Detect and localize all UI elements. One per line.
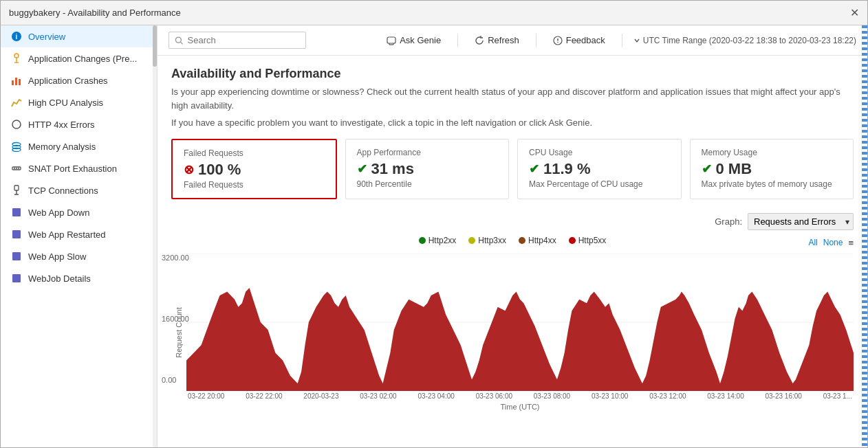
requests-chart — [186, 254, 854, 391]
x-axis-tick: 03-23 02:00 — [360, 392, 396, 400]
sidebar-item-snat[interactable]: SNAT Port Exhaustion — [1, 157, 157, 179]
legend-item-http4xx: Http4xx — [519, 236, 556, 245]
svg-rect-6 — [15, 78, 17, 85]
metric-value-cpu-usage: ✔ 11.9 % — [529, 160, 670, 178]
sidebar-item-label-web-app-down: Web App Down — [28, 208, 89, 218]
sidebar-item-label-http-4xx: HTTP 4xx Errors — [28, 120, 95, 130]
svg-point-13 — [14, 168, 15, 169]
sidebar-item-memory[interactable]: Memory Analysis — [1, 135, 157, 157]
sidebar-item-app-crashes[interactable]: Application Crashes — [1, 69, 157, 91]
sidebar-scroll-thumb[interactable] — [153, 25, 157, 67]
utc-range[interactable]: UTC Time Range (2020-03-22 18:38 to 2020… — [633, 36, 856, 45]
svg-point-23 — [175, 37, 181, 43]
legend-label-http3xx: Http3xx — [478, 236, 506, 245]
window-title: buggybakery - Availability and Performan… — [9, 8, 181, 18]
ok-icon: ✔ — [702, 161, 712, 177]
metric-sub-memory-usage: Max private bytes of memory usage — [702, 179, 843, 189]
sidebar-item-label-app-changes: Application Changes (Pre... — [28, 54, 137, 64]
sidebar-item-app-changes[interactable]: Application Changes (Pre... — [1, 47, 157, 69]
x-axis-tick: 03-23 08:00 — [534, 392, 570, 400]
sidebar-item-http-4xx[interactable]: HTTP 4xx Errors — [1, 113, 157, 135]
svg-rect-19 — [12, 208, 21, 216]
sidebar-item-web-app-down[interactable]: Web App Down — [1, 201, 157, 223]
sidebar-item-label-web-app-restarted: Web App Restarted — [28, 229, 106, 240]
main-content: Ask Genie Refresh Feedback UTC Time Rang… — [158, 25, 867, 447]
separator-3 — [622, 34, 622, 47]
info-icon: i — [10, 30, 23, 43]
metric-sub-cpu-usage: Max Percentage of CPU usage — [529, 179, 670, 189]
refresh-icon — [475, 36, 484, 45]
y-label-top: 3200.00 — [162, 254, 189, 262]
refresh-button[interactable]: Refresh — [469, 32, 525, 48]
close-button[interactable]: ✕ — [850, 6, 859, 19]
metric-sub-failed-requests: Failed Requests — [184, 180, 325, 190]
square3-icon — [10, 250, 23, 262]
metric-card-cpu-usage: CPU Usage ✔ 11.9 % Max Percentage of CPU… — [517, 139, 682, 199]
legend-all-button[interactable]: All — [808, 238, 817, 247]
svg-text:i: i — [16, 33, 18, 41]
square-icon — [10, 206, 23, 219]
svg-point-31 — [557, 41, 558, 43]
ask-genie-button[interactable]: Ask Genie — [381, 32, 446, 48]
svg-point-15 — [18, 168, 19, 169]
x-axis-tick: 03-23 14:00 — [707, 392, 744, 400]
x-axis-tick: 03-23 16:00 — [765, 392, 801, 400]
sidebar-item-label-snat: SNAT Port Exhaustion — [28, 164, 117, 174]
graph-dropdown-select[interactable]: Requests and ErrorsCPU UsageMemory Usage… — [748, 213, 854, 230]
y-label-bot: 0.00 — [162, 376, 189, 384]
search-input[interactable] — [188, 35, 300, 45]
sidebar-item-tcp[interactable]: TCP Connections — [1, 179, 157, 201]
x-axis-title: Time (UTC) — [186, 403, 854, 411]
legend-label-http4xx: Http4xx — [528, 236, 556, 245]
graph-section: Graph: Requests and ErrorsCPU UsageMemor… — [171, 213, 854, 411]
metric-label-failed-requests: Failed Requests — [184, 148, 325, 158]
x-axis-tick: 03-23 1... — [823, 392, 852, 400]
graph-dropdown-area: Graph: Requests and ErrorsCPU UsageMemor… — [715, 213, 854, 230]
legend-item-http3xx: Http3xx — [468, 236, 506, 245]
metric-cards: Failed Requests ⊗ 100 % Failed Requests … — [171, 139, 854, 199]
search-icon — [175, 36, 184, 45]
chart-legend: Http2xxHttp3xxHttp4xxHttp5xx — [419, 236, 607, 245]
sidebar-item-label-high-cpu: High CPU Analysis — [28, 98, 103, 108]
page-description-2: If you have a specific problem you want … — [171, 117, 854, 128]
search-box[interactable] — [169, 32, 306, 49]
sidebar-item-high-cpu[interactable]: High CPU Analysis — [1, 91, 157, 113]
error-icon: ⊗ — [184, 162, 194, 177]
x-axis-tick: 2020-03-23 — [303, 392, 338, 400]
legend-none-button[interactable]: None — [823, 238, 843, 247]
sidebar-item-web-app-restarted[interactable]: Web App Restarted — [1, 223, 157, 245]
sidebar-item-webjob[interactable]: WebJob Details — [1, 267, 157, 289]
graph-header: Graph: Requests and ErrorsCPU UsageMemor… — [171, 213, 854, 230]
page-title: Availability and Performance — [171, 67, 854, 81]
x-axis-tick: 03-23 12:00 — [649, 392, 686, 400]
ok-icon: ✔ — [357, 161, 367, 177]
legend-dot-http4xx — [519, 237, 525, 244]
feedback-button[interactable]: Feedback — [547, 32, 611, 48]
sidebar-item-label-webjob: WebJob Details — [28, 273, 91, 284]
legend-menu-icon[interactable]: ≡ — [848, 238, 854, 248]
metric-label-cpu-usage: CPU Usage — [529, 148, 670, 157]
sidebar-item-web-app-slow[interactable]: Web App Slow — [1, 245, 157, 267]
ok-icon: ✔ — [529, 161, 539, 177]
separator-1 — [457, 34, 458, 47]
sidebar-item-label-tcp: TCP Connections — [28, 186, 98, 196]
x-axis-tick: 03-23 10:00 — [592, 392, 628, 400]
sidebar-list: i Overview Application Changes (Pre... A… — [1, 25, 158, 289]
sidebar-item-overview[interactable]: i Overview — [1, 25, 157, 47]
legend-dot-http5xx — [569, 237, 576, 244]
legend-dot-http3xx — [468, 237, 475, 244]
feedback-label: Feedback — [566, 35, 605, 45]
sidebar-scrollbar[interactable] — [153, 25, 157, 447]
right-border — [862, 25, 867, 447]
main-window: buggybakery - Availability and Performan… — [0, 0, 868, 448]
legend-label-http5xx: Http5xx — [578, 236, 607, 245]
metric-label-memory-usage: Memory Usage — [702, 148, 843, 157]
x-axis-tick: 03-22 22:00 — [246, 392, 282, 400]
chart-container — [186, 254, 854, 391]
svg-rect-22 — [12, 274, 21, 282]
ask-genie-label: Ask Genie — [400, 35, 441, 45]
square4-icon — [10, 272, 23, 284]
svg-rect-7 — [19, 79, 21, 85]
x-axis-tick: 03-22 20:00 — [188, 392, 224, 400]
metric-sub-app-performance: 90th Percentile — [357, 179, 498, 189]
